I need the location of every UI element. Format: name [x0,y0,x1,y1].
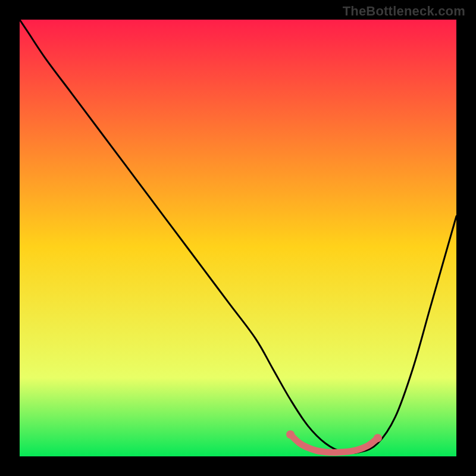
highlight-dot [286,430,295,439]
chart-svg [20,20,456,456]
watermark-text: TheBottleneck.com [343,4,465,19]
plot-area [20,20,456,456]
chart-frame: TheBottleneck.com [0,0,476,476]
highlight-dot [374,434,382,442]
gradient-background [20,20,456,456]
